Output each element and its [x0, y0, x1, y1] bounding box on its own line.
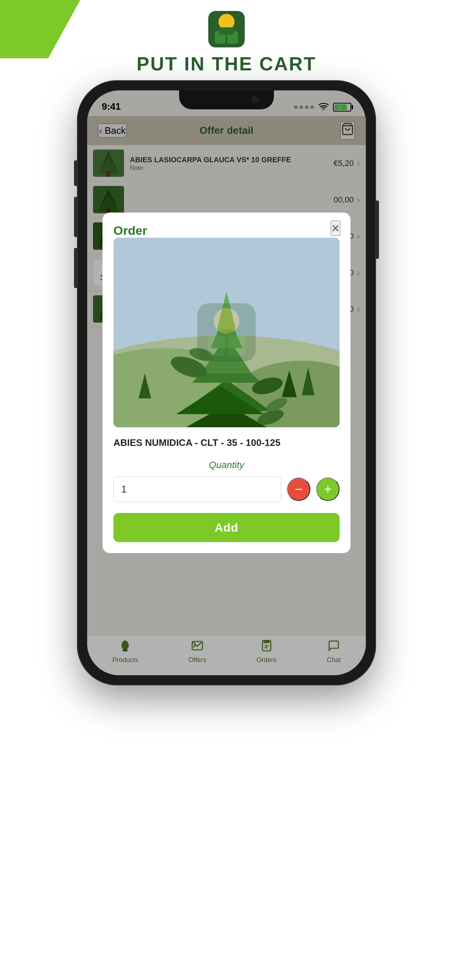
- modal-title: Order: [113, 223, 147, 237]
- logo-watermark: [197, 303, 256, 362]
- modal-product-name: ABIES NUMIDICA - CLT - 35 - 100-125: [113, 436, 340, 449]
- quantity-label: Quantity: [113, 460, 340, 471]
- page-title: PUT IN THE CART: [137, 53, 317, 75]
- plant-image: [113, 238, 340, 427]
- quantity-decrease-button[interactable]: −: [287, 477, 310, 501]
- svg-rect-51: [208, 336, 225, 356]
- add-to-cart-button[interactable]: Add: [113, 513, 340, 542]
- volume-down-btn: [74, 248, 77, 288]
- volume-up-btn: [74, 197, 77, 237]
- app-logo-area: [208, 11, 245, 48]
- app-logo-icon: [208, 11, 245, 48]
- svg-point-50: [214, 308, 239, 334]
- quantity-row: − +: [113, 477, 340, 502]
- svg-rect-52: [228, 336, 245, 356]
- svg-rect-4: [219, 27, 234, 35]
- order-modal: Order ×: [102, 213, 351, 553]
- quantity-increase-button[interactable]: +: [316, 477, 340, 501]
- green-corner-decoration: [0, 0, 80, 58]
- volume-silent-btn: [74, 161, 77, 186]
- phone-frame: 9:41 ⚡: [77, 80, 376, 686]
- quantity-input[interactable]: [113, 477, 281, 502]
- phone-screen: 9:41 ⚡: [87, 91, 366, 675]
- power-btn: [376, 200, 379, 259]
- modal-overlay: Order ×: [87, 91, 366, 675]
- modal-close-button[interactable]: ×: [331, 221, 340, 236]
